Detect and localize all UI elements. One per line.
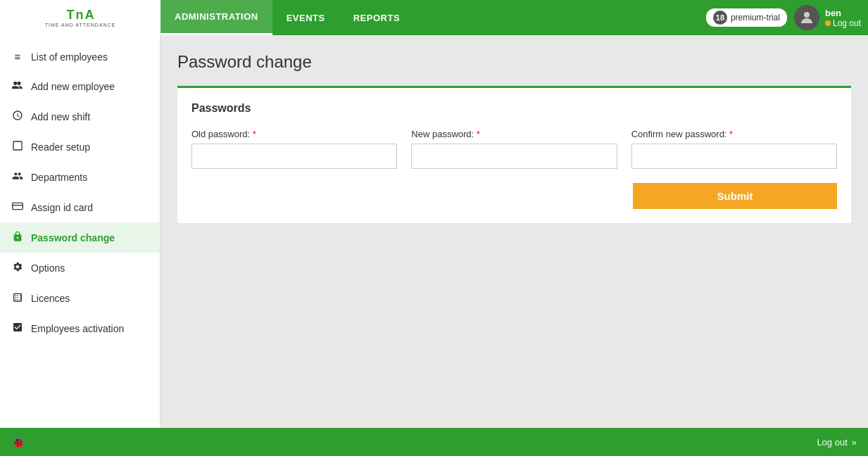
sidebar-label-employees-activation: Employees activation [31,323,124,334]
confirm-password-input[interactable] [631,144,837,169]
main-layout: ≡ List of employees Add new employee Add… [0,35,868,428]
sidebar-label-password-change: Password change [31,232,115,243]
username: ben [825,8,841,18]
logo-t: T [67,8,75,23]
logo: TnA [67,8,94,23]
logo-n-prefix: n [76,8,84,23]
licences-icon [11,291,24,305]
list-employees-icon: ≡ [11,51,24,63]
sidebar-item-licences[interactable]: Licences [0,283,160,313]
user-info: ben Log out [794,5,861,30]
old-password-label: Old password: * [191,129,397,139]
sidebar-item-employees-activation[interactable]: Employees activation [0,313,160,343]
footer: 🐞 Log out » [0,428,868,456]
main-content: Password change Passwords Old password: … [161,35,868,428]
card-section-title: Passwords [191,102,837,115]
sidebar-label-options: Options [31,262,65,274]
sidebar-label-licences: Licences [31,293,70,304]
password-change-icon [11,231,24,244]
sidebar-item-add-employee[interactable]: Add new employee [0,71,160,101]
confirm-password-required: * [729,129,733,139]
page-title: Password change [177,52,851,72]
sidebar: ≡ List of employees Add new employee Add… [0,35,161,428]
sidebar-item-password-change[interactable]: Password change [0,222,160,253]
logo-subtitle: TIME AND ATTENDANCE [45,23,116,27]
footer-logout-link[interactable]: Log out » [817,437,857,448]
confirm-password-label: Confirm new password: * [631,129,837,139]
header-right: 18 premium-trial ben Log out [706,5,868,30]
submit-button[interactable]: Submit [633,183,837,209]
header-logout-link[interactable]: Log out [825,18,861,28]
options-icon [11,261,24,274]
online-indicator [825,20,831,26]
sidebar-label-add-employee: Add new employee [31,81,115,92]
submit-row: Submit [191,183,837,209]
sidebar-label-assign-id-card: Assign id card [31,202,93,213]
header: TnA TIME AND ATTENDANCE ADMINISTRATION E… [0,0,868,35]
logo-area: TnA TIME AND ATTENDANCE [0,0,161,35]
footer-logout-label: Log out [817,437,847,448]
old-password-input[interactable] [191,144,397,169]
old-password-required: * [253,129,256,139]
svg-rect-2 [13,203,23,209]
add-employee-icon [11,80,24,93]
user-avatar-icon [798,9,815,26]
password-change-card: Passwords Old password: * New password: … [177,86,851,223]
avatar [794,5,819,30]
nav-events[interactable]: EVENTS [272,0,339,35]
trial-badge: 18 premium-trial [706,8,787,27]
sidebar-item-assign-id-card[interactable]: Assign id card [0,192,160,222]
trial-label: premium-trial [731,13,780,23]
add-shift-icon [11,110,24,123]
sidebar-item-list-employees[interactable]: ≡ List of employees [0,42,160,71]
footer-logout-arrow: » [852,437,857,448]
reader-setup-icon [11,140,24,153]
user-details: ben Log out [825,8,861,28]
sidebar-item-options[interactable]: Options [0,253,160,283]
new-password-required: * [477,129,480,139]
trial-count: 18 [713,11,727,25]
sidebar-label-list-employees: List of employees [31,51,108,63]
new-password-group: New password: * [411,129,617,169]
confirm-password-group: Confirm new password: * [631,129,837,169]
sidebar-item-reader-setup[interactable]: Reader setup [0,132,160,162]
footer-logo-icon: 🐞 [11,436,25,449]
sidebar-item-add-shift[interactable]: Add new shift [0,101,160,132]
main-nav: ADMINISTRATION EVENTS REPORTS [161,0,706,35]
departments-icon [11,170,24,184]
sidebar-label-reader-setup: Reader setup [31,141,90,153]
logout-label: Log out [833,18,861,28]
svg-point-0 [804,12,810,18]
sidebar-label-add-shift: Add new shift [31,111,90,122]
password-fields-row: Old password: * New password: * Confirm … [191,129,837,169]
old-password-group: Old password: * [191,129,397,169]
new-password-label: New password: * [411,129,617,139]
sidebar-item-departments[interactable]: Departments [0,162,160,192]
sidebar-label-departments: Departments [31,172,87,183]
nav-reports[interactable]: REPORTS [339,0,414,35]
svg-rect-1 [13,141,22,150]
new-password-input[interactable] [411,144,617,169]
logo-a: A [85,8,94,23]
assign-id-card-icon [11,201,24,214]
nav-administration[interactable]: ADMINISTRATION [161,0,272,35]
employees-activation-icon [11,322,24,335]
